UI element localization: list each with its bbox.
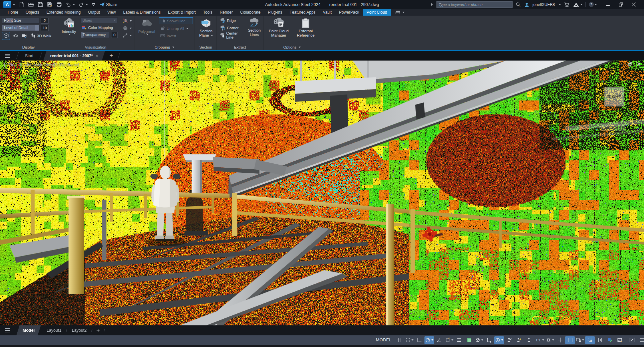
panel-title-options[interactable]: Options [263,44,321,50]
share-button[interactable]: Share [99,2,118,7]
save-as-button[interactable] [46,1,53,8]
cart-icon[interactable] [564,2,570,7]
object-snap-button[interactable] [444,336,454,344]
chevron-down-icon[interactable] [559,4,561,5]
viewport-label[interactable]: [-][Final Render Inside View][2dWirefram… [4,63,79,67]
panel-title-display[interactable]: Display [0,44,57,50]
tab-point-cloud[interactable]: Point Cloud [363,9,391,16]
close-tab-icon[interactable]: × [96,54,98,58]
point-size-slider[interactable]: Point Size [2,18,40,24]
tab-home[interactable]: Home [4,9,22,16]
tab-objects[interactable]: Objects [22,9,43,16]
extract-corner-button[interactable]: Corner [219,25,245,31]
level-of-detail-value[interactable]: 10 [41,25,49,31]
panel-title-visualization[interactable]: Visualization [57,44,134,50]
uncrop-all-button[interactable]: Uncrop All [159,25,193,32]
tab-plugins[interactable]: Plug-ins [264,9,286,16]
annotation-autoscale-button[interactable] [514,336,524,344]
tab-vault[interactable]: Vault [319,9,335,16]
gizmo-button[interactable] [494,336,504,344]
help-button[interactable]: ? [589,2,597,7]
extract-edge-button[interactable]: Edge [219,17,245,24]
dynamic-ucs-button[interactable] [484,336,494,344]
ortho-mode-button[interactable] [414,336,424,344]
search-expand-icon[interactable] [430,3,433,6]
scan-line-button[interactable] [122,32,132,39]
tab-current-drawing[interactable]: render trial 001 - 2907* × [44,51,105,61]
tab-powerpack[interactable]: PowerPack [335,9,363,16]
tab-featured-apps[interactable]: Featured Apps [286,9,319,16]
drawing-viewport[interactable]: [-][Final Render Inside View][2dWirefram… [0,61,644,325]
tab-export-import[interactable]: Export & Import [164,9,199,16]
fullscreen-button[interactable] [627,336,637,344]
file-tabs-menu-button[interactable] [0,51,15,61]
invert-crop-button[interactable]: Invert [159,33,193,39]
redo-button[interactable] [78,1,88,8]
save-button[interactable] [37,1,44,8]
scan-locations-button[interactable] [122,18,132,24]
tab-tools[interactable]: Tools [199,9,216,16]
tray-settings-button[interactable] [555,336,565,344]
model-space-button[interactable]: MODEL [373,338,394,342]
workspace-switching-button[interactable] [545,336,555,344]
graphics-performance-button[interactable] [605,336,615,344]
app-menu-button[interactable]: A [3,1,16,8]
tab-extended-modeling[interactable]: Extended Modeling [43,9,84,16]
color-scheme-dropdown[interactable]: Blues [80,17,118,23]
layout-menu-button[interactable] [0,325,15,335]
intensity-button[interactable]: Intensity [59,17,79,44]
object-snap-3d-button[interactable] [474,336,484,344]
tab-start[interactable]: Start [20,51,39,61]
section-lines-button[interactable]: Section Lines [247,17,262,44]
ucs-indicator[interactable]: WCS [601,124,625,131]
open-file-button[interactable] [27,1,35,8]
autodesk-menu-button[interactable] [573,2,582,7]
polar-tracking-button[interactable] [424,336,434,344]
new-drawing-button[interactable]: + [105,51,117,61]
scan-region-button[interactable] [122,25,132,31]
annotation-scale-button[interactable] [524,336,534,344]
transparency-value[interactable]: 0 [111,32,118,38]
hardware-acceleration-button[interactable] [595,336,605,344]
point-cloud-visibility-button[interactable] [2,32,10,40]
clean-screen-button[interactable] [615,336,625,344]
tab-view[interactable]: View [103,9,119,16]
panel-title-extract[interactable]: Extract [217,44,263,50]
search-icon[interactable] [516,2,521,7]
undo-button[interactable] [65,1,76,8]
lineweight-button[interactable] [454,336,464,344]
color-mapping-button[interactable]: Color Mapping [80,24,120,31]
polygonal-crop-button[interactable]: Polygonal [136,17,157,44]
restore-button[interactable] [619,2,623,7]
new-layout-button[interactable]: + [92,325,104,335]
lock-ui-button[interactable] [575,336,585,344]
new-file-button[interactable] [18,1,25,8]
tab-collaborate[interactable]: Collaborate [237,9,264,16]
tab-layout2[interactable]: Layout2 [67,325,91,335]
point-cloud-manager-button[interactable]: Point Cloud Manager [267,17,291,44]
tab-model[interactable]: Model [16,325,41,335]
point-size-value[interactable]: 2 [41,18,49,24]
viewport-close-button[interactable] [637,62,641,66]
show-hide-button[interactable]: Show/Hide [159,17,193,24]
viewcube[interactable]: RIGHT [604,87,624,106]
transparency-slider[interactable]: Transparency [80,32,110,38]
orbit-button[interactable] [13,33,19,39]
tab-labels-dimensions[interactable]: Labels & Dimensions [119,9,164,16]
viewport-restore-button[interactable] [628,62,632,66]
walk-3d-button[interactable]: 3D Walk [30,33,52,39]
tab-layout1[interactable]: Layout1 [42,325,66,335]
panel-title-cropping[interactable]: Cropping [134,44,195,50]
plot-button[interactable] [56,1,63,8]
tab-output[interactable]: Output [84,9,103,16]
close-button[interactable] [632,2,636,7]
tab-render[interactable]: Render [216,9,236,16]
ribbon-display-toggle[interactable] [396,9,404,16]
qat-customize-button[interactable] [91,2,96,7]
panel-title-section[interactable]: Section [195,44,217,50]
extract-center-line-button[interactable]: Center Line [219,32,245,38]
camera-view-button[interactable] [21,33,27,39]
username-label[interactable]: jonellXUEB8 [533,2,555,7]
quick-properties-button[interactable] [565,336,575,344]
customization-button[interactable] [637,336,644,344]
